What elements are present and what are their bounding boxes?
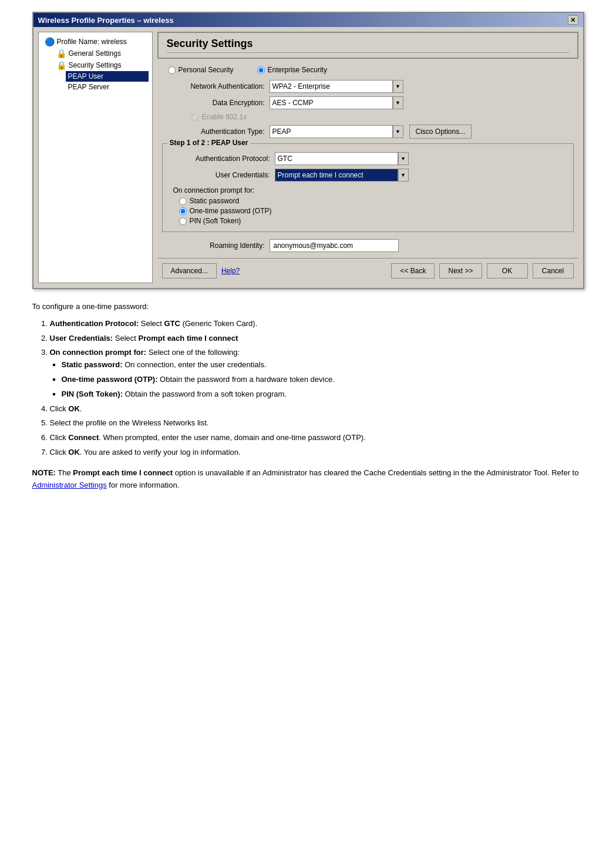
- user-credentials-row: User Credentials: Prompt each time I con…: [167, 169, 568, 182]
- step-4: Click OK.: [50, 403, 584, 415]
- profile-icon: 🔵: [45, 37, 55, 46]
- step-2-value: Prompt each time I connect: [139, 334, 238, 343]
- otp-radio[interactable]: [179, 207, 187, 215]
- user-credentials-select-container: Prompt each time I connect ▼: [275, 169, 409, 182]
- auth-protocol-row: Authentication Protocol: GTC ▼: [167, 152, 568, 165]
- network-auth-dropdown-arrow[interactable]: ▼: [393, 80, 403, 93]
- sub-option-static: Static password: On connection, enter th…: [62, 359, 584, 371]
- next-button[interactable]: Next >>: [439, 263, 482, 278]
- ok-button[interactable]: OK: [487, 263, 528, 278]
- step-2: User Credentials: Select Prompt each tim…: [50, 333, 584, 345]
- sub-option-otp: One-time password (OTP): Obtain the pass…: [62, 374, 584, 386]
- dialog-title: Wireless Profile Properties – wireless: [38, 16, 174, 25]
- left-panel-security-settings[interactable]: 🔒 Security Settings: [54, 59, 149, 71]
- network-auth-select[interactable]: WPA2 - Enterprise: [270, 80, 393, 93]
- step-1-label: Authentication Protocol:: [50, 319, 139, 328]
- enterprise-security-label: Enterprise Security: [268, 66, 327, 74]
- cisco-options-button[interactable]: Cisco Options...: [409, 125, 472, 139]
- general-settings-icon: 🔒: [56, 49, 66, 58]
- auth-protocol-dropdown-arrow[interactable]: ▼: [398, 152, 409, 165]
- left-panel-profile-name: 🔵 Profile Name: wireless: [42, 36, 149, 48]
- auth-type-select[interactable]: PEAP: [270, 125, 393, 138]
- advanced-button[interactable]: Advanced...: [162, 263, 217, 278]
- network-auth-select-container: WPA2 - Enterprise ▼: [270, 80, 403, 93]
- pin-soft-token-radio[interactable]: [179, 217, 187, 225]
- security-settings-icon: 🔒: [56, 61, 66, 70]
- security-settings-title: Security Settings: [167, 38, 569, 53]
- auth-type-row: Authentication Type: PEAP ▼ Cisco Option…: [162, 125, 574, 139]
- step-group-legend: Step 1 of 2 : PEAP User: [167, 139, 251, 147]
- step-3: On connection prompt for: Select one of …: [50, 347, 584, 400]
- enterprise-security-option[interactable]: Enterprise Security: [257, 66, 327, 74]
- user-credentials-dropdown-arrow[interactable]: ▼: [398, 169, 409, 182]
- connection-prompt-section: On connection prompt for: Static passwor…: [167, 186, 568, 225]
- data-enc-row: Data Encryption: AES - CCMP ▼: [162, 96, 574, 109]
- right-panel: Security Settings Personal Security Ente…: [157, 32, 578, 283]
- step-5: Select the profile on the Wireless Netwo…: [50, 417, 584, 430]
- note-block: NOTE: The Prompt each time I connect opt…: [32, 467, 584, 492]
- note-bold-text: Prompt each time I connect: [73, 468, 173, 477]
- dialog-window: Wireless Profile Properties – wireless ✕…: [32, 12, 584, 289]
- enable-8021x-row: Enable 802.1x: [162, 113, 574, 121]
- otp-option[interactable]: One-time password (OTP): [173, 207, 568, 215]
- enable-8021x-checkbox[interactable]: [191, 113, 199, 121]
- auth-type-label: Authentication Type:: [162, 127, 265, 136]
- intro-paragraph: To configure a one-time password:: [32, 301, 584, 313]
- dialog-titlebar: Wireless Profile Properties – wireless ✕: [33, 13, 583, 27]
- enterprise-security-radio[interactable]: [257, 66, 265, 74]
- personal-security-option[interactable]: Personal Security: [168, 66, 234, 74]
- network-auth-row: Network Authentication: WPA2 - Enterpris…: [162, 80, 574, 93]
- connection-prompt-label: On connection prompt for:: [173, 186, 568, 194]
- administrator-settings-link[interactable]: Administrator Settings: [32, 481, 107, 489]
- cancel-button[interactable]: Cancel: [533, 263, 574, 278]
- settings-content: Personal Security Enterprise Security Ne…: [157, 63, 578, 254]
- step-1: Authentication Protocol: Select GTC (Gen…: [50, 318, 584, 330]
- instructions-list: Authentication Protocol: Select GTC (Gen…: [50, 318, 584, 459]
- auth-protocol-label: Authentication Protocol:: [167, 155, 270, 163]
- step-content: Authentication Protocol: GTC ▼ User Cred…: [167, 152, 568, 225]
- network-auth-label: Network Authentication:: [162, 82, 265, 90]
- roaming-identity-row: Roaming Identity:: [162, 239, 574, 252]
- data-enc-select[interactable]: AES - CCMP: [270, 96, 393, 109]
- personal-security-label: Personal Security: [179, 66, 234, 74]
- left-panel-peap-server[interactable]: PEAP Server: [66, 82, 149, 92]
- step-group: Step 1 of 2 : PEAP User Authentication P…: [162, 143, 574, 232]
- step-2-label: User Credentials:: [50, 334, 113, 343]
- enable-8021x-label: Enable 802.1x: [202, 113, 247, 121]
- auth-protocol-select-container: GTC ▼: [275, 152, 409, 165]
- back-button[interactable]: << Back: [391, 263, 435, 278]
- security-type-radio-row: Personal Security Enterprise Security: [162, 66, 574, 74]
- note-paragraph: NOTE: The Prompt each time I connect opt…: [32, 467, 584, 492]
- auth-type-select-container: PEAP ▼: [270, 125, 403, 138]
- left-panel: 🔵 Profile Name: wireless 🔒 General Setti…: [38, 32, 153, 283]
- sub-option-pin: PIN (Soft Token): Obtain the password fr…: [62, 388, 584, 401]
- dialog-buttons: Advanced... Help? << Back Next >> OK Can…: [157, 258, 578, 283]
- pin-soft-token-option[interactable]: PIN (Soft Token): [173, 217, 568, 225]
- security-settings-header: Security Settings: [157, 32, 578, 59]
- dialog-body: 🔵 Profile Name: wireless 🔒 General Setti…: [33, 27, 583, 288]
- static-password-radio[interactable]: [179, 197, 187, 205]
- data-enc-select-container: AES - CCMP ▼: [270, 96, 403, 109]
- auth-type-dropdown-arrow[interactable]: ▼: [393, 125, 403, 138]
- roaming-identity-label: Roaming Identity:: [162, 241, 265, 250]
- roaming-identity-input[interactable]: [270, 239, 399, 252]
- step-6: Click Connect. When prompted, enter the …: [50, 432, 584, 444]
- user-credentials-select[interactable]: Prompt each time I connect: [275, 169, 398, 182]
- note-label: NOTE:: [32, 468, 56, 477]
- step-3-label: On connection prompt for:: [50, 348, 147, 357]
- static-password-option[interactable]: Static password: [173, 197, 568, 205]
- left-panel-general-settings[interactable]: 🔒 General Settings: [54, 48, 149, 59]
- step-1-gtc: GTC: [164, 319, 180, 328]
- help-button[interactable]: Help?: [221, 263, 240, 278]
- buttons-right: << Back Next >> OK Cancel: [391, 263, 573, 278]
- dialog-close-button[interactable]: ✕: [568, 15, 578, 25]
- left-panel-peap-user[interactable]: PEAP User: [66, 71, 149, 82]
- auth-protocol-select[interactable]: GTC: [275, 152, 398, 165]
- data-enc-dropdown-arrow[interactable]: ▼: [393, 96, 403, 109]
- page-content: To configure a one-time password: Authen…: [32, 301, 584, 491]
- buttons-left: Advanced... Help?: [162, 263, 240, 278]
- pin-soft-token-label: PIN (Soft Token): [190, 217, 241, 225]
- data-enc-label: Data Encryption:: [162, 99, 265, 107]
- personal-security-radio[interactable]: [168, 66, 176, 74]
- user-credentials-label: User Credentials:: [167, 171, 270, 179]
